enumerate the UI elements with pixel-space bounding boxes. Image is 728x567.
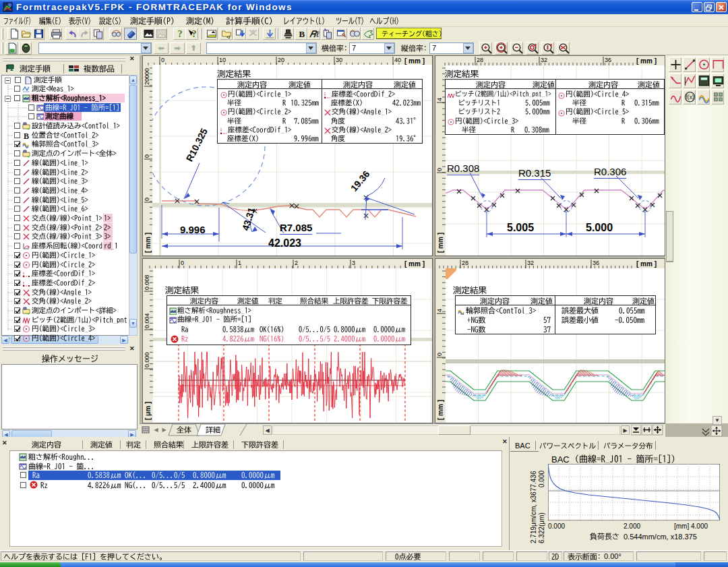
svg-text:0: 0 [144,154,150,158]
svg-text:[ mm ]: [ mm ] [437,400,444,420]
svg-text:0: 0 [436,353,443,356]
svg-text:40: 40 [394,57,401,63]
svg-text:?: ? [178,29,183,39]
svg-text:[ mm ]: [ mm ] [437,233,444,253]
svg-text:[ mm ]: [ mm ] [636,57,657,65]
svg-text:36: 36 [605,57,611,63]
svg-text:0: 0 [436,168,443,171]
svg-text:[ mm ]: [ mm ] [636,260,657,268]
svg-text:0.008: 0.008 [144,274,150,290]
svg-text:𝑅ℓ: 𝑅ℓ [309,29,320,39]
svg-text:10: 10 [219,57,226,63]
svg-text:0: 0 [181,260,184,266]
svg-text:f(x): f(x) [686,94,694,100]
svg-text:4: 4 [436,98,443,101]
svg-text:[ μm ]: [ μm ] [144,402,152,420]
svg-text:B: B [24,131,29,140]
svg-text:2: 2 [295,260,298,266]
svg-text:28: 28 [462,260,468,266]
svg-text:20: 20 [278,57,284,63]
svg-text:0.004: 0.004 [144,313,150,328]
svg-text:0: 0 [144,198,150,201]
svg-text:4: 4 [436,309,443,312]
svg-text:[ mm ]: [ mm ] [144,233,152,253]
svg-text:30: 30 [336,57,342,63]
svg-text:28: 28 [477,57,483,63]
svg-text:36: 36 [593,260,599,266]
svg-text:32: 32 [527,260,534,266]
svg-text:0: 0 [161,57,164,63]
svg-text:B: B [299,29,305,39]
svg-text:32: 32 [541,57,547,63]
svg-text:1: 1 [238,260,241,266]
svg-text:0.000: 0.000 [144,352,150,367]
svg-text:[ mm ]: [ mm ] [404,260,425,268]
svg-text:20000: 20000 [144,68,150,85]
svg-text:?: ? [192,29,197,39]
svg-text:[ mm ]: [ mm ] [404,57,425,65]
svg-text:3: 3 [352,260,355,266]
